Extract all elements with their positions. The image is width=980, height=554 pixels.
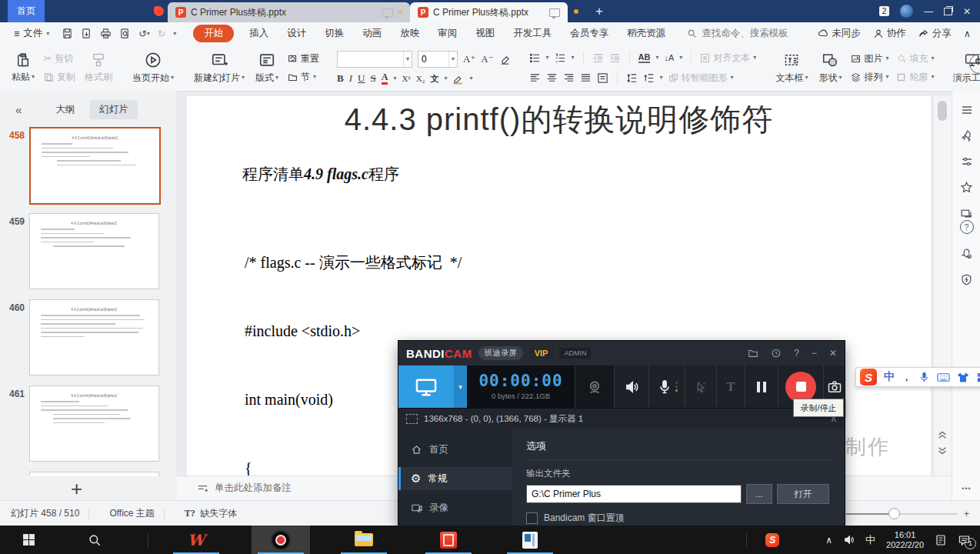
screen-mode-dropdown[interactable]: ▾ xyxy=(454,365,467,408)
layout-button[interactable]: 版式▾ xyxy=(250,45,284,91)
more-commands-icon[interactable]: ▾ xyxy=(173,31,176,37)
superscript-button[interactable]: X² xyxy=(402,74,410,83)
phonetic-guide-button[interactable]: 文 xyxy=(430,73,438,85)
window-count-badge[interactable]: 2 xyxy=(879,6,889,16)
bandicam-titlebar[interactable]: BANDICAM 班迪录屏 VIP ADMIN ? − ✕ xyxy=(398,341,845,365)
output-folder-input[interactable] xyxy=(526,485,742,503)
slide-thumbnail-partial[interactable] xyxy=(29,472,159,476)
bullet-list-icon[interactable] xyxy=(529,52,541,64)
format-painter-button[interactable]: 格式刷 xyxy=(79,45,118,91)
text-box-button[interactable]: 文本框▾ xyxy=(770,45,813,91)
decrease-font-button[interactable]: A⁻ xyxy=(481,53,493,65)
webcam-button[interactable] xyxy=(575,365,614,408)
italic-button[interactable]: I xyxy=(349,72,352,85)
arrange-button[interactable]: 排列▾ xyxy=(851,71,888,84)
font-family-input[interactable] xyxy=(338,54,403,65)
scrollbar-thumb[interactable] xyxy=(938,101,947,121)
collapse-panel-button[interactable]: « xyxy=(15,103,22,116)
start-button[interactable] xyxy=(6,526,51,554)
tray-document-icon[interactable] xyxy=(935,534,947,546)
slide-thumbnail[interactable]: 4.4.3 printf()的转换说明修饰符 xyxy=(29,385,159,462)
restore-button[interactable] xyxy=(944,8,952,15)
nav-item-general[interactable]: ⚙ 常规 xyxy=(398,467,512,490)
close-button[interactable]: ✕ xyxy=(963,6,971,17)
more-tools-button[interactable]: ••• xyxy=(962,485,971,492)
tab-document-inactive[interactable]: P C Primer Plus终稿.pptx xyxy=(168,2,410,22)
font-size-combo[interactable]: ▾ xyxy=(418,51,458,68)
file-menu-button[interactable]: ≡ 文件 ▾ xyxy=(14,27,49,40)
fill-button[interactable]: 填充▾ xyxy=(896,52,934,65)
print-button[interactable] xyxy=(100,28,112,39)
undo-button[interactable]: ↺▾ xyxy=(138,28,150,39)
capture-region-bar[interactable]: 1366x768 - (0, 0), (1366, 768) - 显示器 1 ∧ xyxy=(398,408,845,429)
zoom-in-button[interactable]: + xyxy=(964,509,969,519)
slide-thumbnail[interactable]: 4.4.3 printf()的转换说明修饰符 xyxy=(29,299,159,375)
pin-on-top-option[interactable]: Bandicam 窗口置顶 xyxy=(526,512,831,525)
collaborate-button[interactable]: 协作 xyxy=(873,27,906,40)
help-icon[interactable]: ? xyxy=(960,220,974,234)
start-from-page-button[interactable]: 当页开始▾ xyxy=(127,45,179,91)
sogou-logo[interactable]: S xyxy=(860,369,877,385)
new-tab-button[interactable]: + xyxy=(589,4,609,19)
add-slide-button[interactable]: + xyxy=(71,477,82,501)
text-direction-button[interactable]: ↓A xyxy=(665,53,675,62)
menu-item-slideshow[interactable]: 放映 xyxy=(400,27,419,40)
action-center-icon[interactable]: 1 xyxy=(958,534,971,546)
convert-loop-icon[interactable] xyxy=(960,207,973,220)
to-smart-graphic-button[interactable]: 转智能图形▾ xyxy=(668,72,734,85)
outline-button[interactable]: 轮廓▾ xyxy=(896,71,934,84)
slide-title[interactable]: 4.4.3 printf()的转换说明修饰符 xyxy=(187,98,931,141)
text-overlay-button[interactable]: T xyxy=(716,365,745,408)
taskbar-wps-app[interactable]: W xyxy=(167,526,225,554)
cut-button[interactable]: ✂剪切 xyxy=(44,52,75,65)
copy-button[interactable]: 复制 xyxy=(44,71,75,84)
section-button[interactable]: 节▾ xyxy=(288,71,319,84)
menu-item-devtools[interactable]: 开发工具 xyxy=(513,27,552,40)
service-hand-icon[interactable] xyxy=(960,247,973,260)
tab-slides[interactable]: 幻灯片 xyxy=(90,100,138,119)
subscript-button[interactable]: X₂ xyxy=(416,74,425,83)
checkbox-icon[interactable] xyxy=(526,512,538,524)
taskbar-notes-app[interactable] xyxy=(501,526,559,554)
open-folder-button[interactable]: 打开 xyxy=(777,484,829,504)
tab-document-active[interactable]: P C Primer Plus终稿.pptx xyxy=(410,2,568,22)
bandicam-help-button[interactable]: ? xyxy=(794,348,799,359)
minimize-button[interactable]: — xyxy=(924,6,933,17)
toolbox-grid-icon[interactable] xyxy=(976,372,980,383)
theme-name[interactable]: Office 主题 xyxy=(109,507,154,520)
font-family-combo[interactable]: ▾ xyxy=(337,51,412,68)
taskbar-bandicam-app[interactable] xyxy=(252,526,310,554)
nav-item-video[interactable]: 录像 xyxy=(398,496,512,519)
char-spacing-button[interactable]: AB xyxy=(638,52,651,63)
volume-icon[interactable] xyxy=(843,534,855,546)
nav-item-home[interactable]: 首页 xyxy=(398,438,512,461)
line-spacing-icon[interactable] xyxy=(626,72,638,84)
align-center-icon[interactable] xyxy=(546,72,558,84)
menu-item-docer-res[interactable]: 稻壳资源 xyxy=(627,27,665,40)
save-button[interactable] xyxy=(62,28,73,39)
menu-item-transition[interactable]: 切换 xyxy=(325,27,344,40)
properties-panel-icon[interactable] xyxy=(961,104,973,116)
new-slide-button[interactable]: 新建幻灯片▾ xyxy=(188,45,250,91)
underline-button[interactable]: U xyxy=(358,72,365,85)
justify-icon[interactable] xyxy=(580,72,592,84)
screen-mode-button[interactable] xyxy=(398,365,454,408)
menu-item-home[interactable]: 开始 xyxy=(193,25,234,42)
tab-outline[interactable]: 大纲 xyxy=(55,103,75,116)
export-button[interactable] xyxy=(81,28,92,39)
skin-tshirt-icon[interactable] xyxy=(957,372,969,383)
clear-format-icon[interactable] xyxy=(499,54,511,65)
slide-thumbnail[interactable]: 4.4.3 printf()的转换说明修饰符 xyxy=(29,213,159,289)
soft-keyboard-icon[interactable] xyxy=(937,372,950,383)
menu-item-animation[interactable]: 动画 xyxy=(362,27,382,40)
next-slide-button[interactable] xyxy=(937,446,948,457)
align-left-icon[interactable] xyxy=(529,72,541,84)
menu-item-review[interactable]: 审阅 xyxy=(438,27,457,40)
pause-button[interactable] xyxy=(745,365,778,408)
history-clock-icon[interactable] xyxy=(771,348,782,359)
open-folder-icon[interactable] xyxy=(748,348,758,359)
microphone-button[interactable] xyxy=(648,365,685,408)
font-color-button[interactable]: A xyxy=(382,72,388,85)
highlight-pen-icon[interactable] xyxy=(452,73,464,85)
zoom-slider[interactable] xyxy=(846,513,958,515)
